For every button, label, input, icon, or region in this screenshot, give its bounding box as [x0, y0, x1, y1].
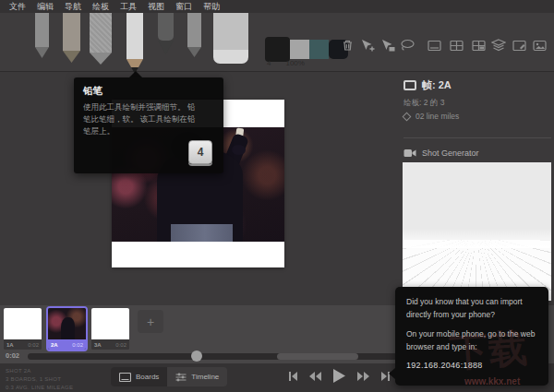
- timeline-icon: [175, 373, 187, 382]
- current-color-swatch[interactable]: [265, 37, 290, 62]
- thumbnail-duration: 0:02: [115, 342, 126, 348]
- tooltip-arrow-up: [129, 71, 142, 77]
- boards-icon: [119, 373, 131, 382]
- brush-opacity-value[interactable]: 100%: [285, 59, 304, 67]
- trash-icon[interactable]: [339, 37, 355, 53]
- scrubber-segment[interactable]: [277, 353, 358, 360]
- rewind-button[interactable]: [308, 371, 322, 382]
- thumbnail-image: [48, 308, 86, 339]
- menu-window[interactable]: 窗口: [170, 0, 198, 13]
- view-grid-icon[interactable]: [448, 37, 464, 53]
- board-thumbnail-3a[interactable]: 3A 0:02: [91, 308, 129, 350]
- tool-note-pen[interactable]: [187, 13, 201, 57]
- frame-title: 帧: 2A: [422, 78, 452, 92]
- tooltip-body: 使用此工具绘制并强调细节。 铅笔比笔细，软。 该工具绘制在铅笔层上。: [83, 101, 201, 138]
- frame-icon: [403, 80, 416, 90]
- board-position-label: 绘板: 2 的 3: [403, 98, 444, 109]
- status-mileage: 0.3 AVG. LINE MILEAGE: [6, 384, 73, 392]
- toolbar: 4 100%: [0, 13, 554, 72]
- brush-meta: 4 100%: [267, 59, 305, 67]
- boards-button-label: Boards: [136, 373, 159, 381]
- thumbnail-id: 1A: [6, 342, 14, 348]
- tool-light-pencil[interactable]: [35, 13, 49, 58]
- jeans-shape: [171, 224, 233, 242]
- menu-navigation[interactable]: 导航: [59, 0, 87, 13]
- sidebar: 帧: 2A 绘板: 2 的 3 02 line miles Shot Gener…: [395, 73, 554, 305]
- status-text: SHOT 2A 3 BOARDS, 1 SHOT 0.3 AVG. LINE M…: [6, 367, 73, 392]
- palette-color-2[interactable]: [309, 40, 329, 59]
- tool-pencil-selected[interactable]: [126, 13, 143, 74]
- color-palette: [265, 37, 348, 62]
- tool-eraser[interactable]: [213, 13, 248, 64]
- phone-tip-line1: Did you know that you can import directl…: [406, 296, 537, 321]
- thumbnail-duration: 0:02: [72, 342, 83, 348]
- play-button[interactable]: [332, 368, 346, 384]
- shot-generator-preview[interactable]: [403, 162, 551, 301]
- board-thumbnail-1a[interactable]: 1A 0:02: [4, 308, 42, 350]
- timeline-view-button[interactable]: Timeline: [167, 367, 227, 386]
- shortcut-keycap: 4: [188, 140, 212, 164]
- thumbnail-id: 3A: [94, 342, 102, 348]
- thumbnail-duration: 0:02: [28, 342, 39, 348]
- tooltip-arrow-left: [389, 368, 395, 379]
- layers-icon[interactable]: [490, 37, 507, 53]
- fast-forward-button[interactable]: [356, 371, 370, 382]
- playback-controls: [288, 368, 391, 384]
- menu-bar: 文件 编辑 导航 绘板 工具 视图 窗口 帮助: [0, 0, 554, 13]
- menu-help[interactable]: 帮助: [198, 0, 225, 13]
- thumbnail-id: 2A: [51, 342, 58, 348]
- shot-generator-horizon: [403, 229, 551, 248]
- watermark-text: www.kkx.net: [464, 376, 520, 386]
- menu-edit[interactable]: 编辑: [31, 0, 59, 13]
- menu-tools[interactable]: 工具: [114, 0, 142, 13]
- view-toggle: Boards Timeline: [111, 367, 227, 386]
- status-shot: SHOT 2A: [6, 367, 73, 375]
- hand-shape: [232, 145, 246, 155]
- status-boards: 3 BOARDS, 1 SHOT: [6, 375, 73, 384]
- thumbnail-image: [91, 308, 129, 339]
- pen-diamond-icon: [403, 112, 412, 121]
- menu-file[interactable]: 文件: [4, 0, 31, 13]
- board-thumbnail-2a-selected[interactable]: 2A 0:02: [48, 308, 86, 350]
- menu-boards[interactable]: 绘板: [87, 0, 114, 13]
- view-single-icon[interactable]: [426, 37, 442, 53]
- sidebar-divider: [403, 137, 551, 138]
- tooltip-title: 铅笔: [83, 85, 214, 98]
- board-notes-icon[interactable]: [511, 37, 527, 53]
- brush-size-value[interactable]: 4: [267, 59, 271, 67]
- tool-hard-pencil[interactable]: [63, 13, 80, 63]
- duplicate-board-cursor-icon[interactable]: [379, 37, 396, 53]
- timeline-button-label: Timeline: [191, 373, 219, 381]
- add-board-button[interactable]: +: [138, 310, 163, 333]
- camera-icon: [403, 148, 416, 158]
- lasso-icon[interactable]: [399, 37, 416, 53]
- shot-generator-label: Shot Generator: [422, 148, 479, 158]
- tool-charcoal[interactable]: [90, 13, 112, 65]
- menu-view[interactable]: 视图: [142, 0, 170, 13]
- scrubber-time-label: 0:02: [6, 351, 19, 360]
- scrubber-handle[interactable]: [191, 350, 202, 362]
- storyboarder-app: 文件 编辑 导航 绘板 工具 视图 窗口 帮助: [0, 0, 554, 392]
- watermark-ghost: 下载: [448, 322, 529, 379]
- skip-start-button[interactable]: [288, 371, 298, 382]
- view-grid-alt-icon[interactable]: [470, 37, 487, 53]
- add-board-cursor-icon[interactable]: [359, 37, 376, 53]
- pencil-tool-tooltip: 铅笔 使用此工具绘制并强调细节。 铅笔比笔细，软。 该工具绘制在铅笔层上。 4: [74, 77, 223, 173]
- tool-pen[interactable]: [158, 13, 174, 54]
- palette-color-1[interactable]: [290, 40, 309, 59]
- boards-view-button[interactable]: Boards: [111, 367, 167, 386]
- thumbnail-image: [4, 308, 42, 339]
- line-miles-label: 02 line miles: [416, 112, 459, 121]
- image-export-icon[interactable]: [531, 37, 548, 53]
